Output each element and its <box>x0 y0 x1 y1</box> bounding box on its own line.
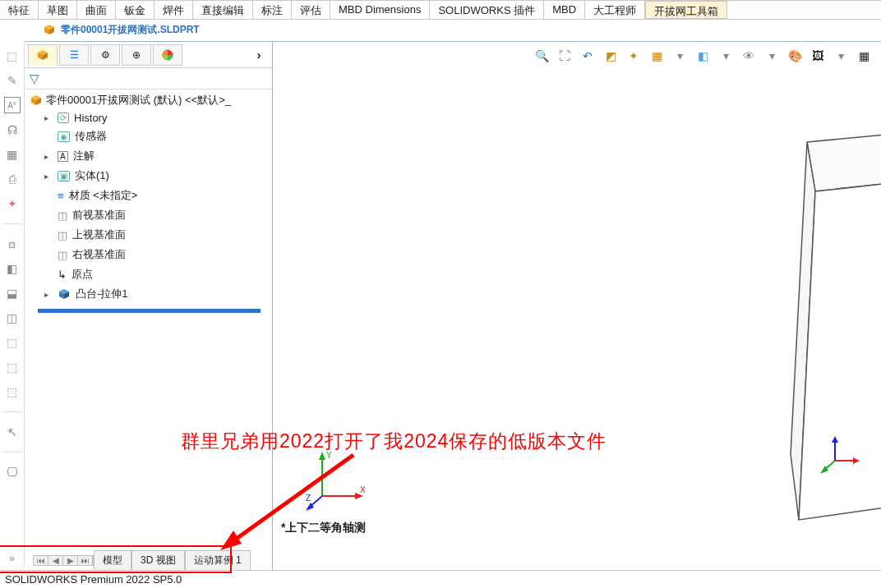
tree-label: 注解 <box>73 149 95 163</box>
tab-nav[interactable]: ⏮◀▶⏭ <box>33 555 94 566</box>
tree-label: 传感器 <box>75 129 107 144</box>
tab-features[interactable]: 特征 <box>0 1 39 19</box>
rail-icon-6[interactable]: ⎙ <box>4 171 21 187</box>
display-style-icon[interactable]: ▦ <box>648 47 666 65</box>
axis-gizmo <box>820 434 861 475</box>
rail-icon-14[interactable]: ⬚ <box>4 384 21 400</box>
tree-label: 前视基准面 <box>72 208 126 223</box>
rail-icon-11[interactable]: ◫ <box>4 310 21 326</box>
rail-icon-3[interactable]: A° <box>4 97 21 113</box>
panel-tab-display[interactable]: ⊕ <box>122 44 151 66</box>
config-icon: ⚙ <box>101 49 110 61</box>
tree-item-origin[interactable]: ↳ 原点 <box>26 264 270 284</box>
rollback-bar[interactable] <box>38 309 261 313</box>
tab-directedit[interactable]: 直接编辑 <box>193 1 253 19</box>
svg-marker-1 <box>807 117 881 191</box>
annotation-text: 群里兄弟用2022打开了我2024保存的低版本文件 <box>181 429 607 454</box>
panel-tabs: ☰ ⚙ ⊕ › <box>25 42 272 68</box>
tab-surface[interactable]: 曲面 <box>77 1 116 19</box>
tree-item-annotations[interactable]: ▸ A 注解 <box>26 146 270 166</box>
triad-icon: Y X Z <box>306 447 371 512</box>
tree-item-right[interactable]: ◫ 右视基准面 <box>26 245 270 264</box>
document-tab[interactable]: 零件00001开拔网测试.SLDPRT <box>36 21 206 39</box>
dropdown-icon[interactable]: ▾ <box>832 47 850 65</box>
section-icon[interactable]: ◩ <box>602 47 620 65</box>
bottom-tab-motion[interactable]: 运动算例 1 <box>185 550 251 571</box>
zoom-area-icon[interactable]: ⛶ <box>556 47 574 65</box>
panel-tab-property[interactable]: ☰ <box>59 44 89 66</box>
tree-item-front[interactable]: ◫ 前视基准面 <box>26 205 270 225</box>
list-icon: ☰ <box>70 49 79 61</box>
appearance-icon <box>161 48 174 62</box>
appearance-icon[interactable]: 🎨 <box>786 47 804 65</box>
body-icon: ▣ <box>58 171 70 181</box>
rail-icon-15[interactable]: ↖ <box>4 424 21 440</box>
eye-icon[interactable]: 👁 <box>740 47 758 65</box>
tab-weldment[interactable]: 焊件 <box>155 1 193 19</box>
tab-evaluate[interactable]: 评估 <box>292 1 330 19</box>
hide-show-icon[interactable]: ◧ <box>694 47 712 65</box>
panel-tab-config[interactable]: ⚙ <box>90 44 120 66</box>
sensor-icon: ◉ <box>58 131 70 142</box>
zoom-fit-icon[interactable]: 🔍 <box>533 47 551 65</box>
tab-annotate[interactable]: 标注 <box>253 1 292 19</box>
dropdown-icon[interactable]: ▾ <box>763 47 781 65</box>
tab-mbd-dim[interactable]: MBD Dimensions <box>330 1 430 19</box>
tab-sheetmetal[interactable]: 钣金 <box>116 1 155 19</box>
tree-item-bodies[interactable]: ▸ ▣ 实体(1) <box>26 166 270 186</box>
rail-icon-8[interactable]: ⧈ <box>4 236 21 252</box>
tree-item-extrude[interactable]: ▸ 凸台-拉伸1 <box>26 284 270 304</box>
rail-icon-9[interactable]: ◧ <box>4 260 21 277</box>
view-orient-icon[interactable]: ✦ <box>625 47 643 65</box>
svg-marker-6 <box>832 436 838 443</box>
panel-tab-feature[interactable] <box>28 44 58 66</box>
tree-label: 右视基准面 <box>72 247 126 262</box>
tab-sketch[interactable]: 草图 <box>39 1 77 19</box>
panel-tab-appearance[interactable] <box>153 44 182 66</box>
rail-icon-16[interactable]: 🖵 <box>4 464 21 480</box>
rail-icon-5[interactable]: ▦ <box>4 146 21 163</box>
left-rail: ⬚ ✎ A° ☊ ▦ ⎙ ✦ ⧈ ◧ ⬓ ◫ ⬚ ⬚ ⬚ ↖ 🖵 » <box>0 41 25 567</box>
prev-view-icon[interactable]: ↶ <box>579 47 597 65</box>
tree-item-history[interactable]: ▸ ⟳ History <box>26 109 270 126</box>
rail-icon-2[interactable]: ✎ <box>4 72 21 89</box>
filter-row: ▽ <box>25 68 272 90</box>
history-icon: ⟳ <box>58 113 69 123</box>
material-icon: ≡ <box>58 190 64 202</box>
svg-marker-8 <box>853 457 860 464</box>
tree-item-sensors[interactable]: ◉ 传感器 <box>26 126 270 146</box>
tab-mbd[interactable]: MBD <box>544 1 585 19</box>
tab-sw-addins[interactable]: SOLIDWORKS 插件 <box>430 1 544 19</box>
tree-label: 上视基准面 <box>72 227 126 242</box>
tree-item-material[interactable]: ≡ 材质 <未指定> <box>26 186 270 205</box>
tree-item-top[interactable]: ◫ 上视基准面 <box>26 225 270 245</box>
render-icon[interactable]: ▦ <box>855 47 873 65</box>
tree-label: History <box>74 112 107 124</box>
panel-tab-more[interactable]: › <box>249 44 269 66</box>
main-area: ☰ ⚙ ⊕ › ▽ 零件00001开拔网测试 (默认) <<默认>_ ▸ ⟳ H… <box>25 41 881 570</box>
rail-icon-1[interactable]: ⬚ <box>4 48 21 64</box>
tab-engineer[interactable]: 大工程师 <box>585 1 645 19</box>
tab-kaibawang[interactable]: 开拔网工具箱 <box>645 1 727 19</box>
dropdown-icon[interactable]: ▾ <box>671 47 689 65</box>
rail-icon-4[interactable]: ☊ <box>4 122 21 138</box>
tree-label: 材质 <未指定> <box>69 188 138 203</box>
rail-icon-13[interactable]: ⬚ <box>4 359 21 375</box>
scene-icon[interactable]: 🖼 <box>809 47 827 65</box>
caret-icon: ▸ <box>44 113 53 122</box>
rail-icon-7[interactable]: ✦ <box>4 195 21 212</box>
part-icon <box>43 23 56 36</box>
rail-icon-10[interactable]: ⬓ <box>4 285 21 301</box>
viewport-toolbar: 🔍 ⛶ ↶ ◩ ✦ ▦ ▾ ◧ ▾ 👁 ▾ 🎨 🖼 ▾ ▦ <box>533 47 873 65</box>
status-text: SOLIDWORKS Premium 2022 SP5.0 <box>5 573 182 586</box>
filter-icon[interactable]: ▽ <box>30 71 39 86</box>
rail-expand-icon[interactable]: » <box>4 550 21 567</box>
dropdown-icon[interactable]: ▾ <box>717 47 735 65</box>
target-icon: ⊕ <box>132 49 141 61</box>
bottom-tabs: ⏮◀▶⏭ 模型 3D 视图 运动算例 1 <box>33 550 251 570</box>
bottom-tab-model[interactable]: 模型 <box>94 550 131 571</box>
viewport[interactable]: 🔍 ⛶ ↶ ◩ ✦ ▦ ▾ ◧ ▾ 👁 ▾ 🎨 🖼 ▾ ▦ <box>273 42 881 570</box>
tree-root[interactable]: 零件00001开拔网测试 (默认) <<默认>_ <box>26 91 270 109</box>
rail-icon-12[interactable]: ⬚ <box>4 334 21 351</box>
bottom-tab-3dview[interactable]: 3D 视图 <box>131 550 185 571</box>
